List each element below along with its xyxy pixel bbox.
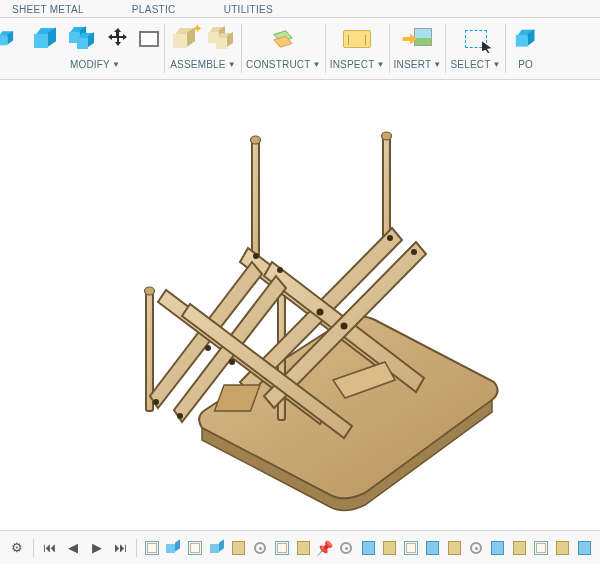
dropdown-icon: ▼ bbox=[228, 60, 236, 69]
feature-extrude[interactable] bbox=[207, 538, 227, 558]
dropdown-icon: ▼ bbox=[376, 60, 384, 69]
svg-point-9 bbox=[341, 323, 348, 330]
feature-extrude[interactable] bbox=[358, 538, 378, 558]
tab-sheet-metal[interactable]: SHEET METAL bbox=[8, 4, 88, 17]
feature-extrude[interactable] bbox=[553, 538, 573, 558]
dropdown-icon: ▼ bbox=[112, 60, 120, 69]
feature-extrude[interactable] bbox=[293, 538, 313, 558]
insert-image-icon[interactable] bbox=[401, 23, 433, 55]
tab-utilities[interactable]: UTILITIES bbox=[220, 4, 277, 17]
tab-plastic[interactable]: PLASTIC bbox=[128, 4, 180, 17]
svg-point-15 bbox=[411, 249, 417, 255]
svg-point-4 bbox=[251, 136, 261, 144]
construct-label[interactable]: CONSTRUCT▼ bbox=[246, 59, 321, 70]
timeline-play-icon[interactable]: ▶ bbox=[86, 537, 108, 559]
workspace-tabs: SHEET METAL PLASTIC UTILITIES bbox=[0, 0, 600, 18]
svg-point-17 bbox=[177, 413, 183, 419]
group-modify: MODIFY▼ bbox=[26, 18, 164, 79]
new-component-icon[interactable]: ✦ bbox=[169, 23, 201, 55]
feature-extrude[interactable] bbox=[445, 538, 465, 558]
tool-icon[interactable] bbox=[510, 23, 542, 55]
timeline-start-icon[interactable]: ⏮ bbox=[39, 537, 61, 559]
feature-sketch[interactable] bbox=[142, 538, 162, 558]
feature-sketch[interactable] bbox=[272, 538, 292, 558]
feature-extrude[interactable] bbox=[510, 538, 530, 558]
feature-joint[interactable] bbox=[466, 538, 486, 558]
svg-point-13 bbox=[277, 267, 283, 273]
timeline-back-icon[interactable]: ◀ bbox=[62, 537, 84, 559]
dropdown-icon: ▼ bbox=[493, 60, 501, 69]
group-left-partial bbox=[0, 18, 26, 79]
svg-point-6 bbox=[145, 287, 155, 295]
feature-sketch[interactable] bbox=[401, 538, 421, 558]
assemble-label[interactable]: ASSEMBLE▼ bbox=[170, 59, 236, 70]
group-construct: CONSTRUCT▼ bbox=[242, 18, 325, 79]
feature-extrude[interactable] bbox=[228, 538, 248, 558]
inspect-label[interactable]: INSPECT▼ bbox=[330, 59, 385, 70]
ribbon-toolbar: MODIFY▼ ✦ ASSEMBLE▼ bbox=[0, 18, 600, 80]
feature-extrude[interactable] bbox=[164, 538, 184, 558]
model-viewport[interactable] bbox=[0, 80, 600, 530]
feature-pin[interactable]: 📌 bbox=[315, 538, 335, 558]
press-pull-icon[interactable] bbox=[30, 23, 62, 55]
feature-sketch[interactable] bbox=[185, 538, 205, 558]
svg-point-11 bbox=[229, 359, 235, 365]
svg-point-5 bbox=[382, 132, 392, 140]
group-cutoff: PO bbox=[506, 18, 546, 79]
modify-label[interactable]: MODIFY▼ bbox=[70, 59, 120, 70]
feature-joint[interactable] bbox=[250, 538, 270, 558]
dropdown-icon: ▼ bbox=[313, 60, 321, 69]
feature-extrude[interactable] bbox=[488, 538, 508, 558]
group-select: SELECT▼ bbox=[446, 18, 504, 79]
group-insert: INSERT▼ bbox=[390, 18, 446, 79]
svg-point-12 bbox=[253, 253, 259, 259]
feature-extrude[interactable] bbox=[574, 538, 594, 558]
group-inspect: INSPECT▼ bbox=[326, 18, 389, 79]
rectangle-icon[interactable] bbox=[138, 28, 160, 50]
select-label[interactable]: SELECT▼ bbox=[450, 59, 500, 70]
svg-point-8 bbox=[317, 309, 324, 316]
joint-icon[interactable] bbox=[205, 23, 237, 55]
plane-icon[interactable] bbox=[267, 23, 299, 55]
feature-joint[interactable] bbox=[337, 538, 357, 558]
tool-icon[interactable] bbox=[0, 28, 22, 50]
model-canvas bbox=[0, 80, 600, 530]
svg-point-10 bbox=[205, 345, 211, 351]
feature-extrude[interactable] bbox=[380, 538, 400, 558]
svg-point-16 bbox=[153, 399, 159, 405]
feature-sketch[interactable] bbox=[531, 538, 551, 558]
dropdown-icon: ▼ bbox=[433, 60, 441, 69]
shell-icon[interactable] bbox=[66, 23, 98, 55]
move-icon[interactable] bbox=[102, 23, 134, 55]
svg-point-14 bbox=[387, 235, 393, 241]
timeline-bar: ⚙ ⏮ ◀ ▶ ⏭ 📌 bbox=[0, 530, 600, 564]
timeline-gear-icon[interactable]: ⚙ bbox=[6, 537, 28, 559]
measure-icon[interactable] bbox=[341, 23, 373, 55]
feature-extrude[interactable] bbox=[423, 538, 443, 558]
select-icon[interactable] bbox=[460, 23, 492, 55]
insert-label[interactable]: INSERT▼ bbox=[394, 59, 442, 70]
cutoff-label: PO bbox=[518, 59, 533, 70]
timeline-end-icon[interactable]: ⏭ bbox=[109, 537, 131, 559]
group-assemble: ✦ ASSEMBLE▼ bbox=[165, 18, 241, 79]
